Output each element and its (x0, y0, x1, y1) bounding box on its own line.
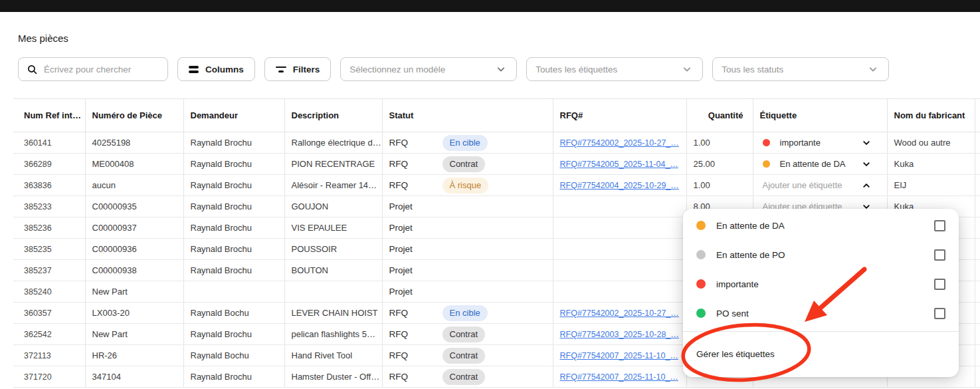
label-checkbox[interactable] (934, 279, 945, 290)
status-cell: RFQContrat (382, 366, 553, 388)
rfq-cell: RFQ#77542003_2025-10-28_… (553, 324, 686, 345)
description-cell: BOUTON (284, 260, 382, 281)
part-cell: C00000935 (85, 196, 183, 217)
column-header-ref[interactable]: Num Ref int… (13, 99, 85, 132)
column-header-manufacturer[interactable]: Nom du fabricant (887, 99, 975, 132)
description-cell: Alésoir - Reamer 14… (284, 175, 382, 196)
requester-cell: Raynald Brochu (183, 132, 284, 154)
search-box[interactable] (18, 57, 168, 81)
column-header-description[interactable]: Description (284, 99, 382, 132)
table-row[interactable]: 36014140255198Raynald BrochuRallonge éle… (13, 132, 980, 154)
rfq-link[interactable]: RFQ#77542002_2025-10-27_… (560, 138, 679, 148)
label-color-dot (763, 160, 770, 168)
status-text: RFQ (389, 329, 409, 339)
status-text: Projet (389, 223, 413, 233)
label-checkbox[interactable] (934, 308, 945, 319)
part-cell: aucun (85, 175, 183, 196)
label-menu-item[interactable]: importante (683, 269, 959, 299)
ref-cell: 371720 (13, 366, 85, 388)
column-header-requester[interactable]: Demandeur (183, 99, 284, 132)
table-row[interactable]: 366289ME000408Raynald BrochuPION RECENTR… (13, 154, 980, 175)
filters-button[interactable]: Filters (264, 57, 332, 81)
column-header-rfq[interactable]: RFQ# (553, 99, 686, 132)
label-menu-item[interactable]: En attente de PO (683, 240, 959, 269)
filler-cell (975, 217, 980, 239)
table-row[interactable]: 363836aucunRaynald BrochuAlésoir - Reame… (13, 175, 980, 196)
label-menu-item[interactable]: PO sent (683, 299, 959, 328)
manage-labels-button[interactable]: Gérer les étiquettes (683, 332, 959, 376)
rfq-cell: RFQ#77542007_2025-11-10_… (553, 345, 686, 366)
column-header-qty[interactable]: Quantité (686, 99, 753, 132)
requester-cell: Raynald Brochu (183, 366, 284, 388)
part-cell: 347104 (85, 366, 183, 388)
labels-filter-value: Toutes les étiquettes (536, 65, 617, 74)
filler-cell (975, 324, 980, 345)
chevron-down-icon[interactable] (860, 158, 872, 170)
status-text: Projet (389, 265, 413, 275)
description-cell: GOUJON (284, 196, 382, 217)
add-label-placeholder: Ajouter une étiquette (763, 180, 842, 190)
part-cell: 40255198 (85, 132, 183, 154)
description-cell (284, 281, 382, 303)
filler-cell (975, 260, 980, 281)
column-header-label[interactable]: Étiquette (753, 99, 887, 132)
ref-cell: 385236 (13, 217, 85, 239)
label-cell: importante (753, 132, 887, 154)
model-select[interactable]: Sélectionnez un modèle (340, 57, 517, 81)
qty-cell: 1.00 (686, 132, 753, 154)
rfq-link[interactable]: RFQ#77542007_2025-11-10_… (560, 372, 678, 382)
ref-cell: 360141 (13, 132, 85, 154)
status-badge: En cible (442, 305, 488, 321)
status-text: RFQ (389, 350, 409, 360)
column-header-status[interactable]: Statut (382, 99, 553, 132)
rfq-link[interactable]: RFQ#77542007_2025-11-10_… (560, 351, 678, 360)
status-cell: RFQContrat (382, 345, 553, 366)
column-header-part[interactable]: Numéro de Pièce (85, 99, 183, 132)
status-text: Projet (389, 201, 413, 211)
status-filter-select[interactable]: Tous les statuts (712, 57, 889, 81)
rfq-link[interactable]: RFQ#77542004_2025-10-29_… (560, 181, 679, 190)
rfq-cell: RFQ#77542007_2025-11-10_… (553, 366, 686, 388)
status-badge: Contrat (442, 369, 486, 385)
labels-filter-select[interactable]: Toutes les étiquettes (526, 57, 703, 81)
columns-button[interactable]: Columns (177, 57, 255, 81)
rfq-link[interactable]: RFQ#77542005_2025-11-04_… (560, 160, 678, 169)
status-filter-value: Tous les statuts (722, 65, 783, 74)
part-cell: HR-26 (85, 345, 183, 366)
label-text: importante (780, 138, 821, 148)
filler-cell (975, 154, 980, 175)
rfq-link[interactable]: RFQ#77542002_2025-10-27_… (560, 309, 679, 318)
label-color-dot (696, 250, 706, 259)
rfq-cell (553, 239, 686, 260)
label-cell: Ajouter une étiquette (753, 175, 887, 196)
label-menu-item-label: PO sent (716, 309, 749, 319)
status-badge: Contrat (442, 156, 486, 172)
part-cell: New Part (85, 324, 183, 345)
ref-cell: 385233 (13, 196, 85, 217)
top-black-bar (0, 0, 980, 12)
status-text: Projet (389, 244, 413, 254)
chevron-down-icon (494, 63, 508, 76)
chevron-down-icon[interactable] (860, 137, 872, 149)
chevron-up-icon[interactable] (860, 180, 872, 192)
requester-cell: Raynald Brochu (183, 260, 284, 281)
part-cell: C00000937 (85, 217, 183, 239)
label-dropdown-menu: En attente de DAEn attente de POimportan… (683, 209, 959, 377)
requester-cell: Raynald Brochu (183, 154, 284, 175)
status-text: RFQ (389, 372, 409, 382)
part-cell: ME000408 (85, 154, 183, 175)
status-cell: Projet (382, 239, 553, 260)
status-badge: En cible (442, 135, 488, 151)
rfq-cell: RFQ#77542005_2025-11-04_… (553, 154, 686, 175)
filters-button-label: Filters (293, 65, 320, 74)
manufacturer-cell: EIJ (887, 175, 975, 196)
label-checkbox[interactable] (934, 249, 945, 261)
search-input[interactable] (44, 65, 159, 74)
ref-cell: 366289 (13, 154, 85, 175)
status-text: Projet (389, 287, 413, 297)
rfq-link[interactable]: RFQ#77542003_2025-10-28_… (560, 330, 679, 339)
label-menu-item[interactable]: En attente de DA (683, 211, 959, 240)
status-text: RFQ (389, 138, 409, 148)
status-cell: Projet (382, 196, 553, 217)
label-checkbox[interactable] (934, 220, 945, 231)
